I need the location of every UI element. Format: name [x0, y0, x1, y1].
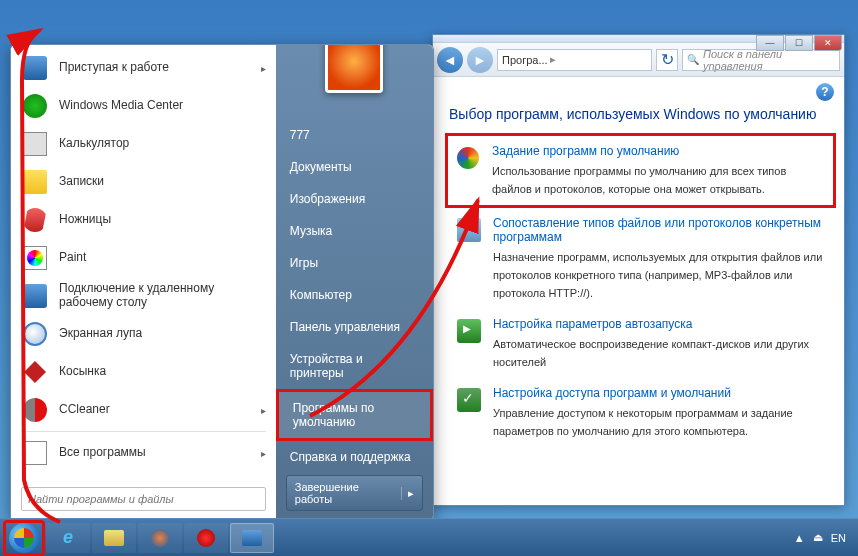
start-menu-item-label: Косынка — [59, 365, 266, 379]
all-programs-label: Все программы — [59, 446, 251, 460]
chevron-right-icon: ▸ — [261, 63, 266, 74]
explorer-content: ? Выбор программ, используемых Windows п… — [433, 77, 844, 447]
snip-icon — [21, 206, 49, 234]
option-desc: Назначение программ, используемых для от… — [493, 251, 822, 299]
start-menu-item-label: CCleaner — [59, 403, 251, 417]
search-input[interactable] — [21, 487, 266, 511]
access-icon — [455, 386, 483, 414]
start-menu-item-label: Paint — [59, 251, 266, 265]
taskbar-explorer[interactable] — [92, 523, 136, 553]
start-menu-item-label: Приступая к работе — [59, 61, 251, 75]
start-menu-item[interactable]: Подключение к удаленному рабочему столу — [15, 277, 272, 315]
shutdown-area: Завершение работы ▸ — [276, 475, 433, 511]
start-menu-item[interactable]: Ножницы — [15, 201, 272, 239]
option-desc: Управление доступом к некоторым программ… — [493, 407, 793, 437]
search-input[interactable]: Поиск в панели управления — [682, 49, 840, 71]
user-avatar[interactable] — [325, 44, 383, 93]
option-associate-file-types[interactable]: Сопоставление типов файлов или протоколо… — [449, 208, 832, 309]
start-menu-item[interactable]: CCleaner ▸ — [15, 391, 272, 429]
start-menu-right-pane: 777ДокументыИзображенияМузыкаИгрыКомпьют… — [276, 45, 433, 521]
back-button[interactable]: ◄ — [437, 47, 463, 73]
refresh-button[interactable]: ↻ — [656, 49, 678, 71]
all-programs-item[interactable]: Все программы ▸ — [15, 434, 272, 472]
maximize-button[interactable]: ☐ — [785, 35, 813, 51]
start-menu-right-item[interactable]: Изображения — [276, 183, 433, 215]
shutdown-button[interactable]: Завершение работы ▸ — [286, 475, 423, 511]
start-menu-item-label: Экранная лупа — [59, 327, 266, 341]
start-menu-search — [15, 481, 272, 517]
getting-icon — [21, 54, 49, 82]
magnifier-icon — [21, 320, 49, 348]
start-menu-right-item[interactable]: Справка и поддержка — [276, 441, 433, 473]
taskbar-control-panel[interactable] — [230, 523, 274, 553]
start-menu-right-item[interactable]: Панель управления — [276, 311, 433, 343]
breadcrumb-sep-icon: ▸ — [550, 53, 556, 66]
forward-button[interactable]: ► — [467, 47, 493, 73]
system-tray: ▲ ⏏ EN — [786, 531, 854, 544]
default-programs-icon — [454, 144, 482, 172]
help-icon[interactable]: ? — [816, 83, 834, 101]
option-link[interactable]: Сопоставление типов файлов или протоколо… — [493, 216, 826, 244]
language-indicator[interactable]: EN — [831, 532, 846, 544]
start-menu-item-label: Калькулятор — [59, 137, 266, 151]
tray-expand-icon[interactable]: ▲ — [794, 532, 805, 544]
divider — [21, 431, 266, 432]
autoplay-icon — [455, 317, 483, 345]
start-menu-item-label: Записки — [59, 175, 266, 189]
start-menu: Приступая к работе ▸ Windows Media Cente… — [10, 44, 434, 522]
start-menu-right-item[interactable]: Устройства и принтеры — [276, 343, 433, 389]
start-menu-item[interactable]: Косынка — [15, 353, 272, 391]
breadcrumb[interactable]: Програ... ▸ — [497, 49, 652, 71]
option-autoplay-settings[interactable]: Настройка параметров автозапуска Автомат… — [449, 309, 832, 378]
all-programs-icon — [21, 439, 49, 467]
option-link[interactable]: Настройка доступа программ и умолчаний — [493, 386, 826, 400]
window-titlebar[interactable]: — ☐ ✕ — [433, 35, 844, 43]
option-desc: Автоматическое воспроизведение компакт-д… — [493, 338, 809, 368]
paint-icon — [21, 244, 49, 272]
control-panel-window: — ☐ ✕ ◄ ► Програ... ▸ ↻ Поиск в панели у… — [432, 34, 845, 506]
minimize-button[interactable]: — — [756, 35, 784, 51]
breadcrumb-segment[interactable]: Програ... — [502, 54, 548, 66]
option-program-access[interactable]: Настройка доступа программ и умолчаний У… — [449, 378, 832, 447]
shutdown-label: Завершение работы — [295, 481, 395, 505]
associate-icon — [455, 216, 483, 244]
start-menu-item-label: Подключение к удаленному рабочему столу — [59, 282, 266, 310]
option-link[interactable]: Настройка параметров автозапуска — [493, 317, 826, 331]
rdp-icon — [21, 282, 49, 310]
start-menu-item[interactable]: Экранная лупа — [15, 315, 272, 353]
start-menu-right-item[interactable]: Игры — [276, 247, 433, 279]
start-button[interactable] — [4, 521, 44, 555]
chevron-right-icon: ▸ — [261, 448, 266, 459]
start-menu-item[interactable]: Приступая к работе ▸ — [15, 49, 272, 87]
window-controls: — ☐ ✕ — [756, 35, 842, 51]
start-menu-right-item[interactable]: Программы по умолчанию — [276, 389, 433, 441]
spider-icon — [21, 358, 49, 386]
start-menu-right-item[interactable]: Музыка — [276, 215, 433, 247]
start-menu-item-label: Ножницы — [59, 213, 266, 227]
taskbar-wmp[interactable] — [138, 523, 182, 553]
close-button[interactable]: ✕ — [814, 35, 842, 51]
taskbar: e ▲ ⏏ EN — [0, 518, 858, 556]
safely-remove-icon[interactable]: ⏏ — [813, 531, 823, 544]
start-menu-item[interactable]: Калькулятор — [15, 125, 272, 163]
taskbar-opera[interactable] — [184, 523, 228, 553]
chevron-right-icon: ▸ — [261, 405, 266, 416]
taskbar-ie[interactable]: e — [46, 523, 90, 553]
shutdown-options-arrow-icon[interactable]: ▸ — [401, 487, 414, 500]
start-menu-item[interactable]: Paint — [15, 239, 272, 277]
start-menu-right-item[interactable]: Документы — [276, 151, 433, 183]
start-menu-item[interactable]: Записки — [15, 163, 272, 201]
calc-icon — [21, 130, 49, 158]
option-link[interactable]: Задание программ по умолчанию — [492, 144, 827, 158]
wmc-icon — [21, 92, 49, 120]
start-menu-left-pane: Приступая к работе ▸ Windows Media Cente… — [11, 45, 276, 521]
option-desc: Использование программы по умолчанию для… — [492, 165, 786, 195]
ccleaner-icon — [21, 396, 49, 424]
start-menu-item-label: Windows Media Center — [59, 99, 266, 113]
page-title: Выбор программ, используемых Windows по … — [449, 105, 832, 123]
start-menu-right-item[interactable]: 777 — [276, 119, 433, 151]
option-set-default-programs[interactable]: Задание программ по умолчанию Использова… — [445, 133, 836, 208]
start-menu-item[interactable]: Windows Media Center — [15, 87, 272, 125]
start-menu-right-item[interactable]: Компьютер — [276, 279, 433, 311]
notes-icon — [21, 168, 49, 196]
